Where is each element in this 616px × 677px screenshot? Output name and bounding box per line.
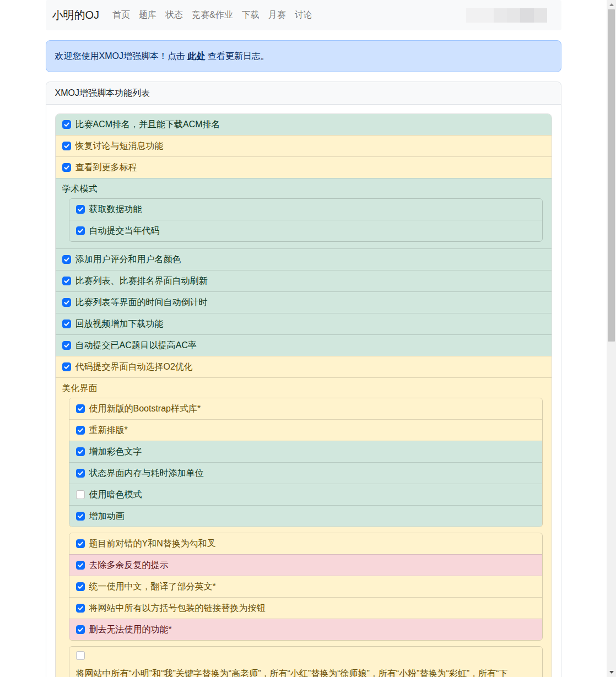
up-triangle-icon [609,3,614,6]
changelog-link[interactable]: 此处 [187,51,205,61]
feature-item: 状态界面内存与耗时添加单位 [69,462,542,484]
nested-feature-list: 使用新版的Bootstrap样式库*重新排版*增加彩色文字状态界面内存与耗时添加… [69,398,543,527]
feature-label: 比赛列表、比赛排名界面自动刷新 [75,275,208,287]
nav-links: 首页题库状态竞赛&作业下载月赛讨论 [108,5,317,25]
feature-label: 重新排版* [89,424,128,436]
feature-label: 代码提交界面自动选择O2优化 [75,361,193,373]
feature-item: 自动提交已AC题目以提高AC率 [56,334,552,356]
feature-checkbox[interactable] [62,277,71,285]
nested-feature-list: 将网站中所有“小明”和“我”关键字替换为“高老师”，所有“小红”替换为“徐师娘”… [69,646,543,677]
feature-label: 查看到更多标程 [75,161,137,174]
check-icon [63,256,70,263]
feature-checkbox[interactable] [76,490,85,499]
nav-link-3[interactable]: 竞赛&作业 [187,5,237,25]
nested-feature-list: 获取数据功能自动提交当年代码 [69,198,543,242]
feature-checkbox[interactable] [76,582,85,591]
feature-item: 删去无法使用的功能* [69,619,542,640]
feature-checkbox[interactable] [76,561,85,570]
alert-text-before: 欢迎您使用XMOJ增强脚本！点击 [55,51,188,61]
check-icon [77,206,84,213]
check-icon [77,470,84,476]
check-icon [77,513,84,519]
check-icon [63,164,70,171]
nav-link-2[interactable]: 状态 [161,5,187,25]
card-title: XMOJ增强脚本功能列表 [46,82,561,105]
feature-checkbox[interactable] [62,362,71,371]
welcome-alert: 欢迎您使用XMOJ增强脚本！点击 此处 查看更新日志。 [46,40,561,72]
feature-checkbox[interactable] [76,469,85,478]
nav-link-6[interactable]: 讨论 [290,5,317,25]
feature-label: 题目前对错的Y和N替换为勾和叉 [89,538,216,550]
feature-checkbox[interactable] [62,255,71,264]
feature-checkbox[interactable] [76,226,85,235]
feature-checkbox[interactable] [62,120,71,129]
check-icon [63,321,70,327]
feature-item: 去除多余反复的提示 [69,554,542,576]
card-body: 比赛ACM排名，并且能下载ACM排名恢复讨论与短消息功能查看到更多标程学术模式获… [46,105,561,677]
scrollbar-thumb[interactable] [608,9,615,342]
feature-item: 获取数据功能 [69,199,542,220]
scrollbar[interactable] [607,0,616,677]
feature-label: 将网站中所有“小明”和“我”关键字替换为“高老师”，所有“小红”替换为“徐师娘”… [76,668,536,677]
feature-label: 去除多余反复的提示 [89,559,169,571]
scroll-up-button[interactable] [607,0,616,9]
redacted-pixel [507,8,520,23]
feature-item: 使用暗色模式 [69,484,542,505]
feature-label: 比赛列表等界面的时间自动倒计时 [75,296,208,308]
feature-item: 将网站中所有“小明”和“我”关键字替换为“高老师”，所有“小红”替换为“徐师娘”… [69,647,542,677]
feature-item: 自动提交当年代码 [69,220,542,241]
scroll-down-button[interactable] [607,668,616,677]
feature-section: 学术模式获取数据功能自动提交当年代码 [56,178,552,248]
feature-label: 自动提交已AC题目以提高AC率 [75,339,197,351]
feature-item: 查看到更多标程 [56,156,552,178]
feature-checkbox[interactable] [62,341,71,350]
redacted-pixel [494,8,507,23]
feature-item: 将网站中所有以方括号包装的链接替换为按钮 [69,597,542,619]
feature-checkbox[interactable] [76,205,85,214]
feature-item: 增加动画 [69,505,542,527]
feature-checkbox[interactable] [76,651,85,660]
feature-checkbox[interactable] [76,539,85,548]
brand-link[interactable]: 小明的OJ [52,8,100,23]
redacted-pixel [534,8,547,23]
check-icon [63,364,70,370]
feature-checkbox[interactable] [76,426,85,435]
feature-label: 自动提交当年代码 [89,225,160,237]
feature-label: 使用暗色模式 [89,489,142,501]
nav-link-1[interactable]: 题库 [134,5,161,25]
nav-link-0[interactable]: 首页 [108,5,134,25]
feature-checkbox[interactable] [76,447,85,456]
check-icon [77,626,84,633]
nav-link-4[interactable]: 下载 [237,5,264,25]
redacted-pixel [466,8,494,23]
feature-checkbox[interactable] [76,404,85,413]
section-label: 学术模式 [62,183,545,195]
feature-checkbox[interactable] [62,319,71,328]
feature-label: 删去无法使用的功能* [89,624,172,636]
feature-label: 恢复讨论与短消息功能 [75,140,164,152]
feature-checkbox[interactable] [76,604,85,613]
feature-list: 比赛ACM排名，并且能下载ACM排名恢复讨论与短消息功能查看到更多标程学术模式获… [55,113,552,677]
feature-label: 使用新版的Bootstrap样式库* [89,403,201,415]
feature-section: 美化界面使用新版的Bootstrap样式库*重新排版*增加彩色文字状态界面内存与… [56,377,552,677]
check-icon [77,562,84,568]
redacted-pixel [520,8,534,23]
navbar: 小明的OJ 首页题库状态竞赛&作业下载月赛讨论 [46,0,561,30]
nav-link-5[interactable]: 月赛 [264,5,290,25]
feature-checkbox[interactable] [62,298,71,307]
feature-item: 回放视频增加下载功能 [56,313,552,334]
feature-checkbox[interactable] [62,163,71,172]
redacted-user-block [466,8,547,23]
feature-checkbox[interactable] [76,625,85,634]
alert-text-after: 查看更新日志。 [205,51,269,61]
feature-checkbox[interactable] [76,512,85,521]
section-label: 美化界面 [62,382,545,394]
feature-checkbox[interactable] [62,142,71,150]
check-icon [77,427,84,434]
feature-label: 统一使用中文，翻译了部分英文* [89,581,216,593]
feature-label: 增加彩色文字 [89,446,142,458]
feature-label: 状态界面内存与耗时添加单位 [89,467,204,479]
feature-item: 统一使用中文，翻译了部分英文* [69,576,542,597]
feature-item: 代码提交界面自动选择O2优化 [56,356,552,377]
check-icon [77,228,84,234]
